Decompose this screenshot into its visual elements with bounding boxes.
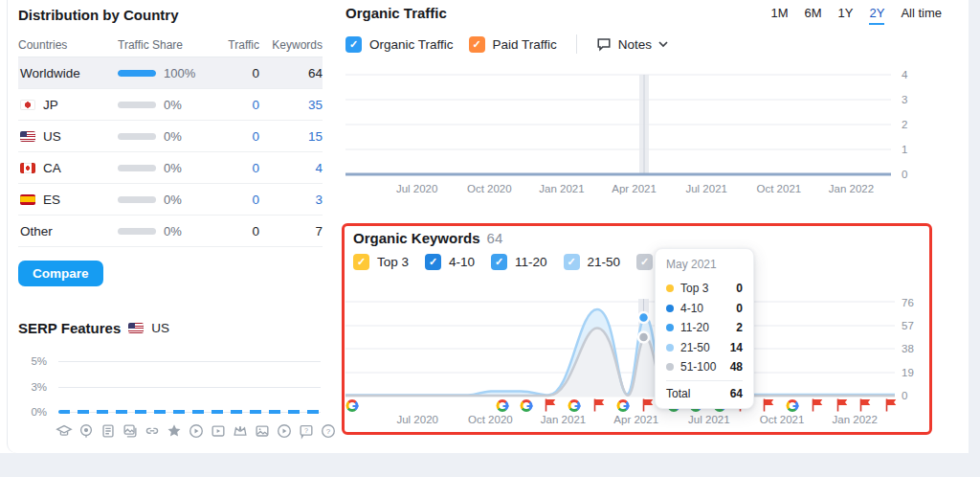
ytick: 3 <box>902 94 930 105</box>
country-panel-title: Distribution by Country <box>18 7 179 23</box>
col-traffic: Traffic <box>215 38 259 52</box>
xtick: Jul 2020 <box>396 414 437 425</box>
featured-video-icon[interactable] <box>210 422 227 440</box>
table-row-us[interactable]: US 0% 0 15 <box>18 121 323 152</box>
range-1m[interactable]: 1M <box>770 6 788 25</box>
divider <box>576 34 577 54</box>
xtick: Jul 2021 <box>685 183 726 194</box>
paid-traffic-checkbox[interactable]: ✓ Paid Traffic <box>469 36 557 53</box>
range-6m[interactable]: 6M <box>805 6 822 25</box>
serp-ytick: 0% <box>18 406 47 418</box>
tooltip-month: May 2021 <box>666 258 743 271</box>
traffic-share-bar <box>118 102 156 108</box>
serp-zero-line <box>58 410 321 414</box>
traffic-share-bar <box>118 228 156 235</box>
organic-traffic-chart[interactable] <box>345 73 891 178</box>
traffic-value: 0 <box>215 66 259 80</box>
checkbox-checked-icon: ✓ <box>469 36 485 53</box>
video-carousel-icon[interactable] <box>276 422 293 440</box>
pos-51-100-area <box>345 329 895 398</box>
pos-11-20-checkbox[interactable]: ✓ 11-20 <box>491 254 547 270</box>
knowledge-panel-icon[interactable]: ? <box>320 422 337 440</box>
country-table-header: Countries Traffic Share Traffic Keywords <box>18 33 323 57</box>
education-icon[interactable] <box>56 422 73 440</box>
article-icon[interactable] <box>100 422 117 440</box>
keywords-value: 64 <box>259 66 323 80</box>
country-name: US <box>43 129 61 144</box>
xtick: Jan 2022 <box>829 183 874 194</box>
table-row-jp[interactable]: JP 0% 0 35 <box>18 89 323 121</box>
notes-dropdown[interactable]: Notes <box>596 36 668 52</box>
pos-21-50-checkbox[interactable]: ✓ 21-50 <box>564 254 621 270</box>
country-name: Other <box>18 224 118 238</box>
keywords-value: 7 <box>259 224 323 238</box>
traffic-share-bar <box>118 70 156 77</box>
ytick: 57 <box>902 320 930 331</box>
serp-features-chart[interactable]: 5% 3% 0% <box>18 352 324 416</box>
top-stories-icon[interactable] <box>232 422 249 440</box>
col-countries: Countries <box>18 38 118 52</box>
traffic-share-bar <box>118 133 156 140</box>
traffic-value: 0 <box>215 224 259 238</box>
checkbox-checked-icon: ✓ <box>564 254 580 270</box>
hover-point-total <box>638 312 649 323</box>
traffic-link[interactable]: 0 <box>215 98 259 112</box>
xtick: Oct 2020 <box>467 183 512 194</box>
reviews-star-icon[interactable] <box>166 422 183 440</box>
keywords-link[interactable]: 15 <box>259 129 323 144</box>
series-dot <box>666 284 674 292</box>
range-2y[interactable]: 2Y <box>869 6 884 25</box>
table-row-ca[interactable]: CA 0% 0 4 <box>18 152 323 184</box>
serp-region-label: US <box>151 321 169 335</box>
image-icon[interactable] <box>254 422 271 440</box>
table-row-worldwide[interactable]: Worldwide 100% 0 64 <box>18 57 323 89</box>
google-update-icon[interactable] <box>617 399 630 412</box>
table-row-other[interactable]: Other 0% 0 7 <box>18 216 323 247</box>
table-row-es[interactable]: ES 0% 0 3 <box>18 184 323 216</box>
organic-keywords-chart[interactable] <box>345 293 895 400</box>
xtick: Apr 2021 <box>613 414 658 425</box>
sitelinks-icon[interactable] <box>144 422 161 440</box>
pos-4-10-checkbox[interactable]: ✓ 4-10 <box>425 254 475 270</box>
video-icon[interactable] <box>188 422 205 440</box>
keywords-link[interactable]: 35 <box>259 98 323 112</box>
keywords-legend: ✓ Top 3 ✓ 4-10 ✓ 11-20 ✓ 21-50 ✓ 51-100 <box>353 254 701 270</box>
traffic-share-bar <box>118 196 156 203</box>
jp-flag-icon <box>20 100 35 110</box>
xtick: Jul 2021 <box>688 414 729 425</box>
google-update-icon[interactable] <box>568 399 581 412</box>
local-pack-icon[interactable] <box>78 422 95 440</box>
tooltip-row: 21-50 14 <box>666 338 743 358</box>
ytick: 2 <box>902 119 930 130</box>
keywords-link[interactable]: 3 <box>259 193 323 207</box>
series-dot <box>666 324 674 331</box>
range-all-time[interactable]: All time <box>901 6 942 25</box>
traffic-link[interactable]: 0 <box>215 129 259 144</box>
xtick: Oct 2021 <box>760 414 805 425</box>
google-update-icon[interactable] <box>496 399 508 412</box>
instant-answer-icon[interactable]: ? <box>298 422 315 440</box>
google-update-icon[interactable] <box>787 399 799 412</box>
traffic-link[interactable]: 0 <box>215 161 259 175</box>
organic-traffic-checkbox[interactable]: ✓ Organic Traffic <box>345 36 454 53</box>
google-update-icon[interactable] <box>345 399 358 412</box>
google-update-icon[interactable] <box>520 399 532 412</box>
keywords-link[interactable]: 4 <box>259 161 323 175</box>
serp-update-markers <box>345 398 895 413</box>
top3-checkbox[interactable]: ✓ Top 3 <box>353 254 409 270</box>
images-pack-icon[interactable] <box>122 422 139 440</box>
compare-button[interactable]: Compare <box>18 261 103 286</box>
traffic-link[interactable]: 0 <box>215 193 259 207</box>
date-range-selector: 1M 6M 1Y 2Y All time <box>770 6 942 25</box>
range-1y[interactable]: 1Y <box>838 6 854 25</box>
svg-text:?: ? <box>326 427 331 436</box>
es-flag-icon <box>20 194 35 205</box>
xtick: Oct 2020 <box>468 414 513 425</box>
xtick: Jan 2021 <box>541 414 586 425</box>
serp-feature-icons: ? ? <box>56 422 337 440</box>
col-keywords: Keywords <box>259 38 323 52</box>
chevron-down-icon <box>658 41 668 48</box>
serp-features-title: SERP Features <box>18 320 121 336</box>
ca-flag-icon <box>20 163 35 173</box>
page-background <box>0 453 980 477</box>
